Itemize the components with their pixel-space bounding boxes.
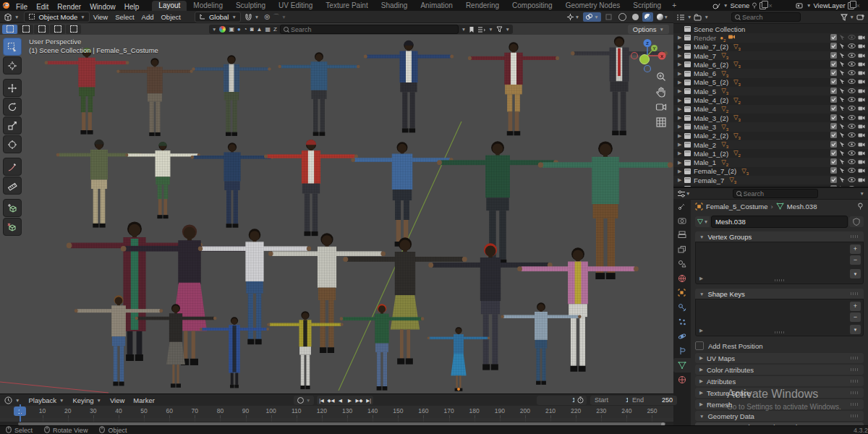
exclude-checkbox[interactable] [830, 114, 837, 122]
scene-name[interactable]: Scene [730, 1, 749, 9]
expand-icon[interactable]: ▶ [678, 115, 684, 121]
character-figure[interactable] [75, 295, 163, 386]
exclude-checkbox[interactable] [830, 176, 837, 184]
render-visibility-icon[interactable] [858, 114, 865, 122]
render-visibility-icon[interactable] [858, 78, 865, 86]
cone-icon[interactable]: ▲ [257, 25, 263, 34]
add-shape-key-button[interactable]: + [850, 302, 861, 311]
hide-eye-icon[interactable] [848, 105, 856, 113]
remove-shape-key-button[interactable]: − [850, 312, 861, 322]
drag-grip-icon[interactable] [851, 368, 859, 371]
collection-name[interactable]: Male_2_(2) [694, 132, 728, 140]
filter-dropdown-icon[interactable]: ▼ [461, 27, 466, 32]
properties-tab-material[interactable] [673, 373, 691, 387]
outliner-row[interactable]: ▶Male_6_(2)▽3 [673, 60, 868, 69]
collection-name[interactable]: Male_5 [694, 88, 716, 95]
collection-name[interactable]: Male_3 [694, 123, 716, 131]
shading-material-button[interactable] [642, 12, 653, 22]
snapping-controls[interactable]: ▼ [241, 13, 263, 21]
copy-scene-icon[interactable] [760, 2, 766, 9]
panel-texture-space[interactable]: ▶Texture Space [695, 388, 864, 398]
list-expand-icon[interactable]: ▶ [699, 276, 703, 281]
properties-tab-render[interactable] [673, 213, 691, 228]
viewlayer-selector[interactable]: ▼ ViewLayer × [796, 1, 860, 10]
tool-add-cube[interactable] [3, 199, 22, 217]
menu-edit[interactable]: Edit [32, 3, 53, 11]
selectable-icon[interactable] [839, 105, 846, 113]
timeline-menu-marker[interactable]: Marker [129, 396, 159, 404]
tab-texture-paint[interactable]: Texture Paint [319, 1, 374, 11]
properties-tab-tool[interactable] [673, 199, 691, 213]
properties-tab-view-layer[interactable] [673, 242, 691, 257]
mode-dropdown[interactable]: Object Mode▼ [24, 12, 89, 22]
collection-name[interactable]: Male_4_(2) [694, 96, 728, 104]
outliner-row[interactable]: ▶Male_2_(2)▽3 [673, 132, 868, 140]
exclude-checkbox[interactable] [830, 78, 837, 86]
shading-ball-icon[interactable] [219, 26, 226, 33]
tab-scripting[interactable]: Scripting [626, 1, 668, 11]
character-figure[interactable] [278, 52, 359, 136]
timeline-menu-view[interactable]: View [106, 396, 129, 404]
add-rest-position-checkbox[interactable] [695, 341, 704, 350]
falloff-icon[interactable]: ⌒▼ [271, 12, 287, 22]
current-frame-field[interactable]: 1 [537, 396, 580, 405]
menu-file[interactable]: File [12, 3, 32, 11]
tool-measure[interactable] [3, 176, 22, 195]
collection-name[interactable]: Male_7 [694, 52, 716, 60]
exclude-checkbox[interactable] [830, 96, 837, 104]
xray-toggle-button[interactable] [603, 12, 615, 22]
show-gizmo-button[interactable]: ▼ [564, 12, 582, 22]
hide-eye-icon[interactable] [848, 52, 856, 60]
expand-icon[interactable]: ▶ [678, 44, 684, 50]
gizmo-z-axis[interactable]: Z [646, 41, 649, 46]
camera-view-icon[interactable] [655, 101, 667, 113]
collection-name[interactable]: Female_7_(2) [694, 167, 736, 175]
expand-icon[interactable]: ▶ [678, 98, 684, 103]
expand-icon[interactable]: ▶ [678, 160, 684, 166]
tool-select-box[interactable] [3, 38, 22, 56]
collection-name[interactable]: Male_6 [694, 69, 716, 77]
frame-end-field[interactable]: End250 [628, 396, 677, 405]
character-figure[interactable] [428, 243, 552, 370]
gizmo-x-axis[interactable]: X [660, 54, 663, 59]
shading-solid-button[interactable] [630, 12, 641, 22]
vertex-groups-list[interactable]: + − ▼ ▶ [695, 242, 864, 284]
properties-tab-world[interactable] [673, 271, 691, 286]
proportional-editing-icon[interactable]: ◎ [263, 13, 271, 20]
playback-prev-frame-button[interactable]: ◀ [336, 396, 345, 405]
character-figure[interactable] [268, 233, 386, 353]
tab-geometry-nodes[interactable]: Geometry Nodes [559, 1, 627, 11]
gizmo-y-axis[interactable]: Y [652, 46, 655, 51]
character-figure[interactable] [364, 41, 454, 133]
selectable-icon[interactable] [839, 52, 846, 60]
hide-eye-icon[interactable] [848, 141, 856, 149]
viewport-menu-select[interactable]: Select [111, 13, 137, 21]
panel-geometry-data[interactable]: ▼Geometry Data [695, 411, 864, 421]
exclude-checkbox[interactable] [830, 141, 837, 149]
panel-shape-keys[interactable]: ▼Shape Keys [695, 289, 864, 299]
outliner-row[interactable]: Scene Collection [673, 25, 868, 33]
render-visibility-icon[interactable] [858, 61, 865, 69]
properties-tab-object-data[interactable] [673, 358, 691, 373]
collection-name[interactable]: Render [694, 34, 716, 42]
mesh-datablock-dropdown[interactable]: ▼ [695, 216, 710, 227]
panel-remesh[interactable]: ▶Remesh [695, 399, 864, 409]
render-visibility-icon[interactable] [858, 88, 865, 95]
resize-grip-icon[interactable] [775, 331, 785, 333]
outliner-row[interactable]: ▶Male_7▽3 [673, 51, 868, 60]
auto-keyframe-button[interactable]: ▼ [294, 396, 314, 405]
properties-tab-particles[interactable] [673, 315, 691, 329]
camera-icon[interactable]: ◙ [250, 25, 254, 34]
add-workspace-button[interactable]: + [668, 1, 681, 11]
properties-tab-physics[interactable] [673, 329, 691, 344]
select-mode-set[interactable] [2, 25, 17, 34]
selectable-icon[interactable] [839, 88, 846, 95]
expand-icon[interactable]: ▶ [678, 80, 684, 85]
hide-eye-icon[interactable] [848, 43, 856, 51]
properties-tab-object[interactable] [673, 286, 691, 300]
hide-eye-icon[interactable] [848, 123, 856, 131]
remove-vertex-group-button[interactable]: − [850, 255, 861, 265]
collection-name[interactable]: Male_2 [694, 141, 716, 149]
outliner-row[interactable]: ▶Male_4▽2 [673, 105, 868, 114]
breadcrumb-object[interactable]: Female_5_Costume [706, 203, 768, 210]
